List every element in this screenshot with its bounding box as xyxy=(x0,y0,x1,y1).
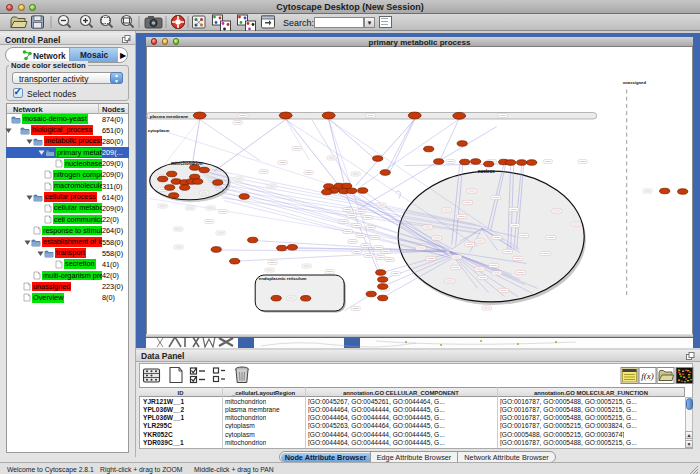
svg-text:endoplasmic reticulum: endoplasmic reticulum xyxy=(259,276,307,281)
svg-text:cytoplasm: cytoplasm xyxy=(148,128,170,133)
svg-text:plasma membrane: plasma membrane xyxy=(150,113,189,118)
svg-text:f(x): f(x) xyxy=(641,371,654,381)
svg-text:mitochondrion: mitochondrion xyxy=(171,160,203,165)
svg-text:nucleus: nucleus xyxy=(478,169,496,174)
svg-text:unassigned: unassigned xyxy=(623,80,647,85)
